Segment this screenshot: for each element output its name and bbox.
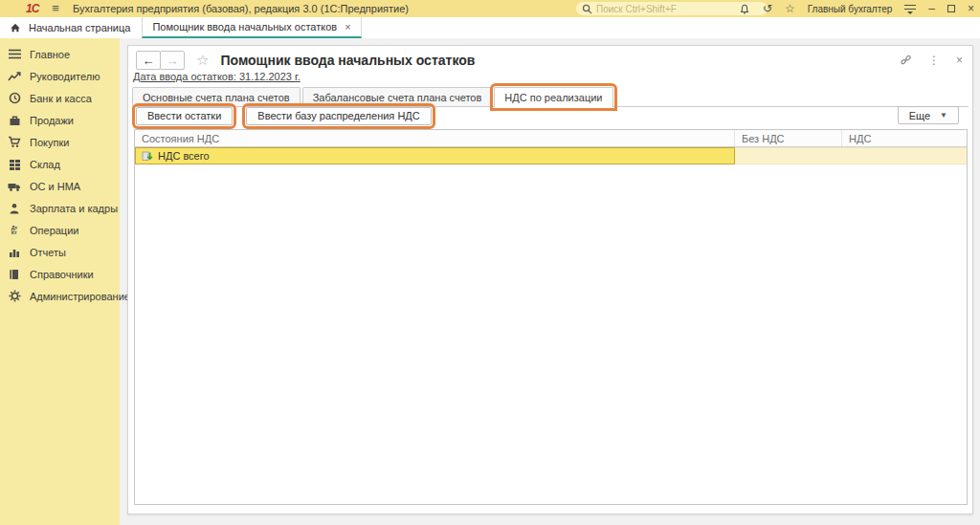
- active-tab-label: Помощник ввода начальных остатков: [152, 21, 337, 33]
- restore-button[interactable]: [947, 5, 955, 12]
- sidebar-item-os-i-nma[interactable]: ОС и НМА: [0, 175, 120, 197]
- sections-sidebar: Главное Руководителю Банк и касса Продаж…: [0, 38, 120, 525]
- main-menu-icon[interactable]: ≡: [52, 4, 59, 13]
- window-title: Бухгалтерия предприятия (базовая), редак…: [73, 3, 409, 14]
- sidebar-item-prodazhi[interactable]: Продажи: [0, 109, 120, 131]
- storage-grid-icon: [8, 158, 21, 171]
- enter-balances-button[interactable]: Ввести остатки: [136, 107, 233, 125]
- more-button[interactable]: Еще ▼: [898, 106, 959, 124]
- menu-lines-icon: [8, 48, 21, 61]
- titlebar: 1С ≡ Бухгалтерия предприятия (базовая), …: [0, 0, 980, 17]
- enter-vat-base-button[interactable]: Ввести базу распределения НДС: [246, 107, 431, 125]
- sidebar-item-pokupki[interactable]: Покупки: [0, 131, 120, 153]
- book-icon: [8, 268, 21, 281]
- app-window: 1С ≡ Бухгалтерия предприятия (базовая), …: [0, 0, 980, 525]
- search-input[interactable]: [596, 4, 749, 14]
- sidebar-item-label: Продажи: [30, 115, 74, 126]
- sidebar-item-label: Главное: [30, 49, 70, 60]
- tab-nds-po-realizatsii[interactable]: НДС по реализации: [494, 87, 612, 107]
- command-bar: Ввести остатки Ввести базу распределения…: [136, 106, 965, 125]
- gear-icon: [8, 290, 21, 303]
- favorites-star-icon[interactable]: ☆: [785, 3, 795, 14]
- form-tabstrip: Основные счета плана счетов Забалансовые…: [132, 87, 969, 107]
- column-header-without-vat[interactable]: Без НДС: [735, 130, 842, 146]
- balance-date-link[interactable]: Дата ввода остатков: 31.12.2023 г.: [133, 71, 301, 82]
- truck-icon: [8, 180, 21, 193]
- tab-osnovnye-scheta[interactable]: Основные счета плана счетов: [132, 87, 301, 106]
- tab-home[interactable]: Начальная страница: [0, 17, 130, 38]
- notifications-bell-icon[interactable]: [739, 3, 750, 15]
- window-tab-bar: Начальная страница Помощник ввода началь…: [0, 17, 980, 38]
- close-window-button[interactable]: ×: [968, 3, 974, 14]
- sidebar-item-glavnoe[interactable]: Главное: [0, 43, 120, 65]
- sidebar-item-label: Администрирование: [30, 291, 130, 302]
- sidebar-item-otchety[interactable]: Отчеты: [0, 241, 120, 263]
- back-button[interactable]: ←: [136, 51, 161, 70]
- assistant-form-panel: ← → ☆ Помощник ввода начальных остатков …: [127, 45, 973, 514]
- sidebar-item-operatsii[interactable]: ДтКт Операции: [0, 219, 120, 241]
- sidebar-item-zarplata-i-kadry[interactable]: Зарплата и кадры: [0, 197, 120, 219]
- close-form-icon[interactable]: ×: [956, 54, 963, 67]
- minimize-button[interactable]: –: [928, 3, 935, 14]
- history-icon[interactable]: ↺: [763, 3, 772, 14]
- table-row[interactable]: НДС всего: [135, 147, 967, 164]
- tab-assistant-active[interactable]: Помощник ввода начальных остатков ×: [142, 17, 361, 38]
- cell-vat[interactable]: [842, 147, 967, 164]
- more-kebab-icon[interactable]: ⋮: [928, 54, 940, 67]
- column-header-vat[interactable]: НДС: [842, 130, 967, 146]
- sidebar-item-label: Справочники: [30, 269, 94, 280]
- bar-chart-icon: [8, 246, 21, 259]
- tab-close-icon[interactable]: ×: [345, 21, 350, 33]
- sidebar-item-sklad[interactable]: Склад: [0, 153, 120, 175]
- home-icon: [10, 22, 21, 33]
- search-icon: [582, 4, 592, 14]
- current-user-label[interactable]: Главный бухгалтер: [808, 4, 893, 14]
- sidebar-item-label: Руководителю: [30, 71, 100, 82]
- get-link-icon[interactable]: [900, 55, 912, 67]
- shopping-cart-icon: [8, 136, 21, 149]
- sidebar-item-rukovoditelyu[interactable]: Руководителю: [0, 65, 120, 87]
- more-button-label: Еще: [909, 110, 930, 121]
- table-header: Состояния НДС Без НДС НДС: [135, 130, 967, 147]
- sidebar-item-label: Банк и касса: [30, 93, 92, 104]
- row-label: НДС всего: [158, 150, 210, 162]
- cell-without-vat[interactable]: [735, 147, 842, 164]
- favorite-star-icon[interactable]: ☆: [196, 52, 209, 69]
- sidebar-item-label: Отчеты: [30, 247, 66, 258]
- functions-menu-icon[interactable]: [904, 4, 916, 13]
- tab-zabalansovye-scheta[interactable]: Забалансовые счета плана счетов: [302, 87, 493, 106]
- main-area: Главное Руководителю Банк и касса Продаж…: [0, 38, 980, 525]
- home-tab-label: Начальная страница: [29, 22, 130, 33]
- sidebar-item-label: ОС и НМА: [30, 181, 80, 192]
- briefcase-icon: [8, 114, 21, 127]
- clock-coin-icon: [8, 92, 21, 105]
- form-header: ← → ☆ Помощник ввода начальных остатков: [136, 49, 965, 72]
- column-header-vat-states[interactable]: Состояния НДС: [135, 130, 735, 146]
- sidebar-item-label: Операции: [30, 225, 78, 236]
- sidebar-item-label: Покупки: [30, 137, 69, 148]
- person-icon: [8, 202, 21, 215]
- trend-chart-icon: [8, 70, 21, 83]
- debit-credit-icon: ДтКт: [8, 224, 21, 237]
- sidebar-item-administrirovanie[interactable]: Администрирование: [0, 285, 120, 307]
- page-title: Помощник ввода начальных остатков: [220, 53, 475, 68]
- vat-total-row-icon: [142, 150, 153, 162]
- 1c-logo: 1С: [26, 2, 38, 15]
- sidebar-item-label: Склад: [30, 159, 60, 170]
- sidebar-item-bank-i-kassa[interactable]: Банк и касса: [0, 87, 120, 109]
- forward-button[interactable]: →: [160, 51, 185, 70]
- sidebar-item-label: Зарплата и кадры: [30, 203, 118, 214]
- vat-states-table: Состояния НДС Без НДС НДС НДС всег: [134, 129, 968, 505]
- dropdown-caret-icon: ▼: [940, 111, 947, 120]
- sidebar-item-spravochniki[interactable]: Справочники: [0, 263, 120, 285]
